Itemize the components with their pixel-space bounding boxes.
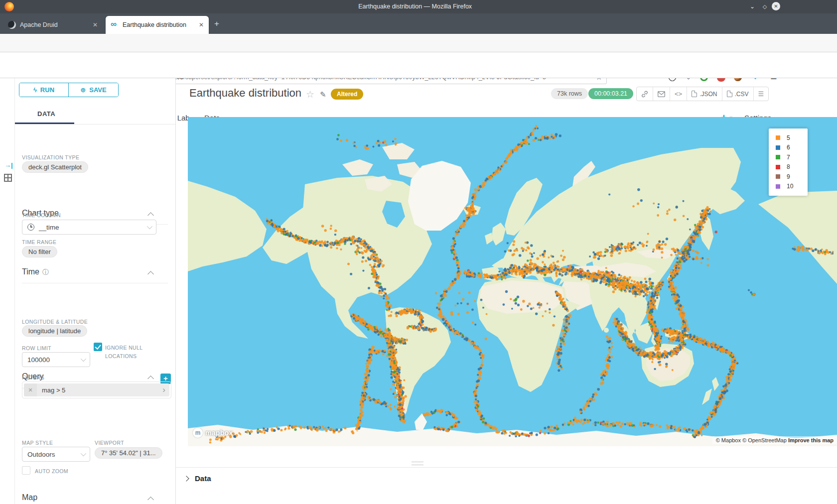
lonlat-label: LONGITUDE & LATITUDE: [22, 319, 88, 325]
time-range-label: TIME RANGE: [22, 239, 56, 245]
filter-expression: mag > 5: [42, 386, 65, 394]
legend-item[interactable]: 8: [776, 162, 808, 172]
altered-badge: Altered: [331, 89, 363, 100]
edit-properties-icon[interactable]: ✎: [320, 90, 326, 99]
chevron-right-icon: [183, 476, 189, 481]
run-save-button-group: ϟRUN ⊕SAVE: [19, 83, 119, 97]
window-minimize-icon[interactable]: ⌄: [748, 2, 757, 11]
file-icon: [692, 91, 697, 97]
file-icon: [727, 91, 732, 97]
mapbox-logo-icon: m: [193, 428, 203, 438]
section-map[interactable]: Map: [22, 493, 37, 502]
superset-favicon: ∞: [111, 21, 119, 29]
new-tab-button[interactable]: +: [214, 19, 219, 28]
panel-drag-handle[interactable]: [412, 462, 423, 465]
tab-earthquake-distribution[interactable]: ∞ Earthquake distribution ✕: [106, 16, 209, 34]
legend-label: 6: [787, 144, 790, 151]
envelope-icon: [658, 91, 665, 97]
ignore-null-label: IGNORE NULL LOCATIONS: [105, 344, 160, 361]
embed-code-button[interactable]: <>: [670, 87, 687, 101]
window-close-icon[interactable]: ✕: [772, 2, 780, 10]
time-column-select[interactable]: __time: [22, 220, 156, 235]
filter-chip[interactable]: ✕ mag > 5 ›: [24, 383, 169, 396]
remove-filter-icon[interactable]: ✕: [24, 383, 37, 396]
tab-data[interactable]: DATA: [37, 110, 55, 118]
time-range-value[interactable]: No filter: [22, 246, 57, 257]
legend-item[interactable]: 5: [776, 133, 808, 143]
window-title: Earthquake distribution — Mozilla Firefo…: [358, 3, 472, 10]
time-column-label: TIME COLUMN: [22, 212, 61, 218]
legend-color-chip: [776, 155, 780, 159]
legend-item[interactable]: 9: [776, 172, 808, 182]
legend-label: 7: [787, 154, 790, 161]
legend-label: 8: [787, 163, 790, 170]
filter-chip-container: ✕ mag > 5 ›: [22, 381, 171, 398]
chart-title: Earthquake distribution: [189, 87, 301, 100]
query-timer-badge: 00:00:03.21: [588, 88, 633, 99]
left-rail: →|: [0, 78, 15, 504]
ignore-null-checkbox[interactable]: [94, 343, 102, 351]
viz-type-label: VISUALIZATION TYPE: [22, 154, 79, 160]
code-icon: <>: [675, 90, 682, 98]
tab-close-icon[interactable]: ✕: [93, 21, 98, 28]
tab-label: Apache Druid: [20, 21, 89, 28]
save-button[interactable]: ⊕SAVE: [69, 83, 118, 97]
lonlat-value[interactable]: longitude | latitude: [22, 325, 87, 337]
auto-zoom-checkbox[interactable]: [22, 466, 30, 475]
superset-navbar: ∞o Superset Dashboards Charts SQL Lab ▼ …: [0, 52, 837, 78]
browser-tab-bar: Apache Druid ✕ ∞ Earthquake distribution…: [0, 13, 837, 34]
run-button[interactable]: ϟRUN: [19, 83, 69, 97]
favorite-star-icon[interactable]: ☆: [306, 89, 314, 100]
chart-menu-button[interactable]: ☰: [754, 87, 769, 101]
legend-item[interactable]: 10: [776, 182, 808, 192]
map-style-select[interactable]: Outdoors: [22, 447, 90, 462]
world-map: [188, 117, 837, 446]
data-panel-toggle[interactable]: Data: [184, 474, 211, 483]
map-style-label: MAP STYLE: [22, 440, 53, 446]
tab-label: Earthquake distribution: [123, 21, 195, 28]
legend-item[interactable]: 6: [776, 143, 808, 153]
share-link-button[interactable]: [637, 87, 653, 101]
legend-color-chip: [776, 135, 780, 140]
chevron-down-icon: [147, 224, 152, 229]
legend-label: 5: [787, 134, 790, 141]
datasource-grid-icon[interactable]: [4, 174, 12, 182]
row-limit-select[interactable]: 100000: [22, 352, 90, 367]
chevron-right-icon[interactable]: ›: [162, 384, 165, 396]
plus-circle-icon: ⊕: [80, 86, 86, 94]
hamburger-icon: ☰: [758, 90, 764, 98]
browser-toolbar: ← → ↻ 172.18.0.3:32108/superset/explore/…: [0, 34, 837, 52]
viewport-label: VIEWPORT: [95, 440, 124, 446]
section-time[interactable]: Timeⓘ: [22, 267, 49, 277]
magnitude-legend: 5678910: [769, 128, 808, 196]
chart-actions-group: <> .JSON .CSV ☰: [636, 87, 769, 101]
chevron-up-icon[interactable]: [147, 376, 154, 382]
chevron-up-icon[interactable]: [147, 271, 154, 277]
druid-favicon: [8, 21, 16, 29]
legend-item[interactable]: 7: [776, 152, 808, 162]
email-button[interactable]: [653, 87, 670, 101]
export-json-button[interactable]: .JSON: [687, 87, 722, 101]
export-csv-button[interactable]: .CSV: [722, 87, 754, 101]
tab-close-icon[interactable]: ✕: [199, 21, 204, 28]
panel-resizer[interactable]: [175, 78, 176, 504]
viewport-value[interactable]: 7° 35' 54.02" | 31...: [95, 447, 162, 459]
chevron-up-icon[interactable]: [147, 212, 154, 219]
link-icon: [641, 91, 648, 98]
landmasses: [188, 143, 837, 446]
viz-type-value[interactable]: deck.gl Scatterplot: [22, 161, 88, 173]
deckgl-scatter-map[interactable]: 5678910 m mapbox © Mapbox © OpenStreetMa…: [188, 117, 837, 446]
legend-color-chip: [776, 165, 780, 169]
firefox-icon: [4, 2, 14, 11]
window-maximize-icon[interactable]: ◇: [760, 2, 769, 11]
control-panel: ϟRUN ⊕SAVE DATA Chart type VISUALIZATION…: [15, 78, 175, 504]
chevron-down-icon: [81, 356, 86, 362]
mapbox-logo[interactable]: m mapbox: [193, 428, 233, 438]
tab-apache-druid[interactable]: Apache Druid ✕: [3, 16, 103, 34]
legend-label: 9: [787, 173, 790, 180]
improve-map-link[interactable]: Improve this map: [788, 437, 834, 443]
expand-panel-icon[interactable]: →|: [4, 161, 13, 169]
chevron-up-icon[interactable]: [147, 497, 154, 503]
info-icon: ⓘ: [42, 268, 49, 276]
auto-zoom-label: AUTO ZOOM: [35, 468, 68, 474]
